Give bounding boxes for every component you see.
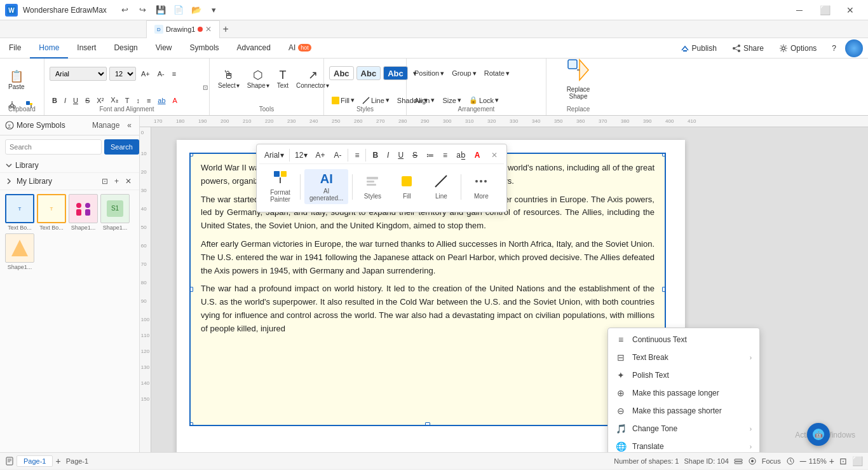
paste-button[interactable]: 📋 Paste [5,64,28,97]
open-button[interactable]: 📂 [188,2,205,18]
options-button[interactable]: Options [773,41,823,55]
style-abc-3-button[interactable]: Abc [383,66,408,80]
ft-text-color-button[interactable]: A [471,148,484,162]
menu-tab-file[interactable]: File [0,38,30,59]
menu-tab-ai[interactable]: AI hot [280,38,320,59]
ctx-text-break[interactable]: ⊟ Text Break › [608,349,759,366]
more-ft-label: More [474,193,489,200]
ft-font-increase-button[interactable]: A+ [311,148,329,162]
ctx-continuous-text[interactable]: ≡ Continuous Text [608,331,759,349]
sidebar-item-shape-2[interactable]: S1 Shape1... [100,194,130,231]
zoom-in-button[interactable]: + [829,456,834,466]
svg-rect-17 [332,97,339,104]
resize-handle-mid-left[interactable] [189,287,193,292]
ft-list-ordered-button[interactable]: ≔ [423,148,438,162]
fullscreen-button[interactable]: ⬜ [852,456,863,466]
sidebar-item-shape-1[interactable]: Shape1... [69,194,98,231]
ft-strikethrough-button[interactable]: S [409,148,421,162]
ctx-make-longer[interactable]: ⊕ Make this passage longer [608,384,759,402]
font-size-select[interactable]: 10 11 12 14 16 [109,67,136,81]
align-button[interactable]: ≡ [170,67,179,81]
menu-tab-advanced[interactable]: Advanced [228,38,280,59]
style-abc-1-button[interactable]: Abc [329,66,354,80]
drawing1-tab[interactable]: D Drawing1 ✕ [146,20,220,38]
ft-close-toolbar-button[interactable]: ✕ [487,148,501,162]
ft-underline-button[interactable]: U [394,148,407,162]
close-drawing-btn[interactable]: ✕ [205,25,212,34]
shape-button[interactable]: ⬡ Shape ▾ [244,61,273,97]
sidebar-item-text-box-2[interactable]: T Text Bo... [37,194,66,231]
format-painter-button[interactable]: FormatPainter [264,168,296,205]
chevron-right-icon [5,177,13,185]
menu-tab-home[interactable]: Home [30,38,68,59]
font-size-decrease-button[interactable]: A- [155,67,167,81]
sidebar-library-section: Library [0,158,139,173]
collapse-sidebar-button[interactable]: « [125,120,134,131]
library-add-button[interactable]: + [112,176,121,187]
style-abc-2-button[interactable]: Abc [356,66,381,80]
ft-align-button[interactable]: ≡ [351,148,363,162]
user-avatar[interactable] [845,39,863,57]
resize-handle-top-right[interactable] [662,153,666,156]
library-close-button[interactable]: ✕ [123,176,134,187]
ft-font-family-dropdown[interactable]: Arial ▾ [262,149,287,161]
close-button[interactable]: ✕ [837,0,863,20]
manage-button[interactable]: Manage [90,120,122,131]
resize-handle-bot-left[interactable] [189,422,193,426]
undo-button[interactable]: ↩ [117,2,133,18]
ft-font-size-dropdown[interactable]: 12 ▾ [292,149,310,161]
help-button[interactable]: ? [825,41,843,55]
save-button[interactable]: 💾 [153,2,169,18]
redo-button[interactable]: ↪ [135,2,151,18]
line-ft-button[interactable]: Line [425,172,457,202]
fill-ft-button[interactable]: Fill [391,172,423,202]
text-button[interactable]: T Text [274,61,292,97]
resize-handle-top-left[interactable] [189,153,193,156]
minimize-button[interactable]: ─ [787,0,812,20]
group-button[interactable]: Group ▾ [449,66,479,80]
resize-handle-mid-right[interactable] [662,287,666,292]
rotate-button[interactable]: Rotate ▾ [482,66,512,80]
canvas-area[interactable]: 170 180 190 200 210 220 230 240 250 260 … [140,116,868,452]
menu-tab-insert[interactable]: Insert [68,38,105,59]
fit-page-button[interactable]: ⊡ [839,456,847,466]
ctx-polish-text[interactable]: ✦ Polish Text [608,366,759,384]
sidebar-item-text-box-1[interactable]: T Text Bo... [5,194,34,231]
font-group-expand[interactable]: ⊡ [203,83,208,90]
current-page-tab[interactable]: Page-1 [17,455,53,467]
share-button[interactable]: Share [726,41,770,55]
add-page-button[interactable]: + [55,456,60,466]
ai-generated-button[interactable]: AI AIgenerated... [304,169,348,204]
resize-handle-bot-center[interactable] [425,422,430,426]
select-button[interactable]: 🖱 Select ▾ [215,61,243,97]
ft-list-unordered-button[interactable]: ≡ [439,148,451,162]
drawing-tabs-row: D Drawing1 ✕ + [0,20,868,38]
search-button[interactable]: Search [104,139,139,155]
more-ft-button[interactable]: More [465,172,497,202]
ctx-make-shorter[interactable]: ⊖ Make this passage shorter [608,402,759,420]
ft-italic-button[interactable]: I [383,148,393,162]
ft-text-underline-button[interactable]: ab̲ [452,148,470,162]
search-input[interactable] [5,139,102,155]
maximize-button[interactable]: ⬜ [812,0,837,20]
ft-bold-button[interactable]: B [369,148,382,162]
publish-button[interactable]: Publish [674,41,723,55]
ctx-change-tone[interactable]: 🎵 Change Tone › [608,420,759,438]
new-button[interactable]: 📄 [170,2,187,18]
styles-ft-button[interactable]: Styles [356,172,388,202]
menu-tab-view[interactable]: View [147,38,181,59]
quick-access-button[interactable]: ▾ [206,2,222,18]
ft-font-decrease-button[interactable]: A- [330,148,345,162]
ctx-translate[interactable]: 🌐 Translate › [608,438,759,452]
add-drawing-button[interactable]: + [222,24,228,35]
menu-tab-design[interactable]: Design [105,38,146,59]
zoom-out-button[interactable]: ─ [800,456,806,466]
position-button[interactable]: Position ▾ [412,66,447,80]
sidebar-item-shape-3[interactable]: Shape1... [5,233,34,270]
font-size-increase-button[interactable]: A+ [139,67,153,81]
chat-assistant-button[interactable]: 🤖 [807,423,830,446]
replace-shape-button[interactable]: Replace Shape [552,61,605,97]
font-family-select[interactable]: Arial Calibri Times New Roman [50,67,107,81]
menu-tab-symbols[interactable]: Symbols [181,38,228,59]
library-expand-button[interactable]: ⊡ [99,176,111,187]
